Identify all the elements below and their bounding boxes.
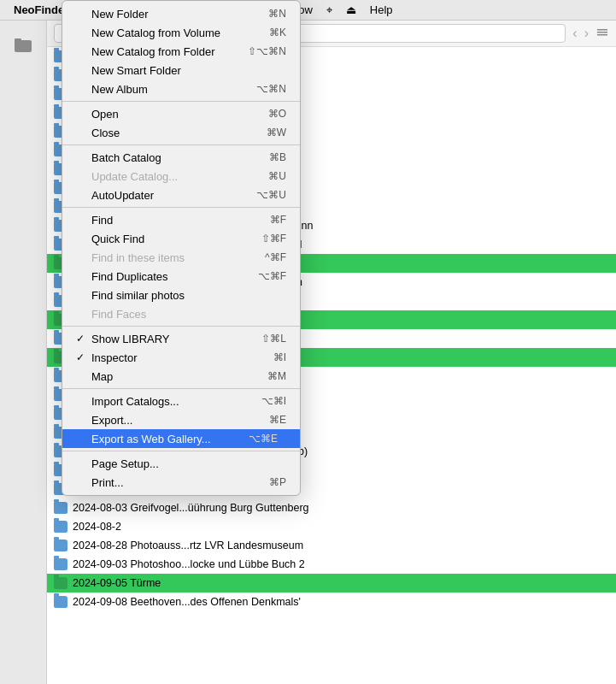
menu-item-label: Map [91,370,267,383]
menu-item-update-catalog: Update Catalog...⌘U [62,167,300,186]
menu-item-export-as-web-gallery[interactable]: Export as Web Gallery...⌥⌘E [62,429,300,448]
menu-item-label: Show LIBRARY [91,333,261,345]
menu-item-print[interactable]: Print...⌘P [62,473,300,492]
checkmark-icon: ✓ [76,333,90,345]
menu-separator [62,388,300,389]
menu-item-shortcut: ⌘E [269,414,286,426]
menubar-disk-icon[interactable]: ⏏ [339,2,363,18]
menu-item-shortcut: ⌘F [270,214,286,226]
menu-item-new-folder[interactable]: New Folder⌘N [62,4,300,23]
folder-icon [54,596,67,608]
menu-item-label: AutoUpdater [91,189,256,202]
menu-item-shortcut: ⌥⌘U [256,189,286,201]
folder-icon [54,540,67,551]
menubar-eject-icon[interactable]: ⌖ [320,2,339,19]
menu-item-shortcut: ⌘I [273,351,286,363]
menu-item-show-library[interactable]: ✓Show LIBRARY⇧⌘L [62,329,300,348]
file-item-label: 2024-08-28 Photoauss...rtz LVR Landesmus… [73,540,303,551]
menu-item-label: Print... [91,476,269,489]
menu-item-shortcut: ⌘W [267,127,286,139]
nav-back-icon[interactable]: ‹ [572,26,577,41]
menu-item-label: New Catalog from Volume [91,27,269,39]
file-item-label: 2024-08-03 Greifvogel...üührung Burg Gut… [73,502,309,514]
menu-item-label: Open [91,108,268,121]
menu-item-shortcut: ⌘N [268,8,286,20]
menu-item-open[interactable]: Open⌘O [62,104,300,123]
menu-item-shortcut: ^⌘F [265,251,286,263]
menu-item-shortcut: ⌘O [268,108,286,120]
menu-item-find[interactable]: Find⌘F [62,210,300,229]
svg-rect-3 [597,32,607,33]
file-item-label: 2024-08-2 [73,521,121,533]
menu-item-label: Close [91,127,267,139]
svg-rect-0 [15,40,32,52]
folder-icon [54,577,67,589]
menu-item-label: Batch Catalog [91,151,269,164]
menu-item-label: New Album [91,83,256,96]
menu-item-map[interactable]: Map⌘M [62,367,300,386]
menu-item-label: Inspector [91,351,273,364]
menu-item-shortcut: ⌥⌘I [261,395,286,407]
menu-item-new-album[interactable]: New Album⌥⌘N [62,80,300,98]
menu-item-label: Import Catalogs... [91,395,261,408]
nav-forward-icon[interactable]: › [584,26,589,41]
menu-item-label: Update Catalog... [91,170,268,183]
menu-item-shortcut: ⇧⌘F [261,233,286,245]
menu-item-page-setup[interactable]: Page Setup... [62,454,300,473]
menu-separator [62,207,300,208]
sidebar [0,21,47,684]
menu-item-find-duplicates[interactable]: Find Duplicates⌥⌘F [62,267,300,286]
folder-icon [54,558,67,570]
menu-item-batch-catalog[interactable]: Batch Catalog⌘B [62,148,300,167]
svg-rect-1 [15,38,21,42]
file-item[interactable]: 2024-09-05 Türme [47,574,616,593]
menu-item-find-faces: Find Faces [62,304,300,323]
file-item-label: 2024-09-08 Beethoven...des Offenen Denkm… [73,596,301,608]
sidebar-folder-icon[interactable] [9,31,37,58]
svg-rect-4 [597,34,607,36]
menu-item-label: Page Setup... [91,457,286,470]
file-item[interactable]: 2024-09-03 Photoshoo...locke und Lübbe B… [47,555,616,574]
file-dropdown-menu: New Folder⌘NNew Catalog from Volume⌘KNew… [62,0,301,496]
menu-item-find-similar-photos[interactable]: Find similar photos [62,286,300,304]
menu-item-shortcut: ⌥⌘F [258,270,286,282]
menu-item-shortcut: ⌘B [269,151,286,163]
menu-item-find-in-these-items: Find in these items^⌘F [62,248,300,267]
menu-separator [62,144,300,145]
menu-item-label: Find [91,214,270,227]
menu-item-label: New Smart Folder [91,64,286,77]
menu-item-quick-find[interactable]: Quick Find⇧⌘F [62,229,300,248]
svg-rect-2 [597,29,607,31]
cursor-icon [279,432,286,445]
file-item-label: 2024-09-05 Türme [73,577,161,589]
file-item[interactable]: 2024-08-2 [47,517,616,536]
sidebar-toggle-icon[interactable] [595,26,609,42]
menu-item-inspector[interactable]: ✓Inspector⌘I [62,348,300,367]
menu-item-shortcut: ⌘M [267,370,286,382]
menu-separator [62,326,300,327]
menu-item-autoupdater[interactable]: AutoUpdater⌥⌘U [62,186,300,204]
menu-item-label: Export as Web Gallery... [91,433,249,445]
menu-item-new-smart-folder[interactable]: New Smart Folder [62,61,300,80]
menu-item-shortcut: ⌘K [269,27,286,38]
menu-item-shortcut: ⇧⌘L [261,333,286,345]
menu-item-label: Find in these items [91,251,265,264]
file-item[interactable]: 2024-09-08 Beethoven...des Offenen Denkm… [47,593,616,611]
menu-item-shortcut: ⌥⌘E [249,433,278,445]
file-item[interactable]: 2024-08-03 Greifvogel...üührung Burg Gut… [47,498,616,517]
menu-separator [62,451,300,451]
menu-item-shortcut: ⇧⌥⌘N [248,45,286,57]
menu-item-close[interactable]: Close⌘W [62,123,300,142]
menu-separator [62,101,300,102]
menu-item-export[interactable]: Export...⌘E [62,410,300,429]
menu-item-new-catalog-from-folder[interactable]: New Catalog from Folder⇧⌥⌘N [62,42,300,61]
menu-item-label: Export... [91,414,269,427]
menubar-help[interactable]: Help [363,2,400,18]
folder-icon [54,521,67,533]
menu-item-import-catalogs[interactable]: Import Catalogs...⌥⌘I [62,392,300,410]
checkmark-icon: ✓ [76,351,90,363]
menu-item-new-catalog-from-volume[interactable]: New Catalog from Volume⌘K [62,23,300,42]
file-item-label: 2024-09-03 Photoshoo...locke und Lübbe B… [73,558,305,570]
file-item[interactable]: 2024-08-28 Photoauss...rtz LVR Landesmus… [47,536,616,555]
menu-item-label: Find Faces [91,308,286,321]
